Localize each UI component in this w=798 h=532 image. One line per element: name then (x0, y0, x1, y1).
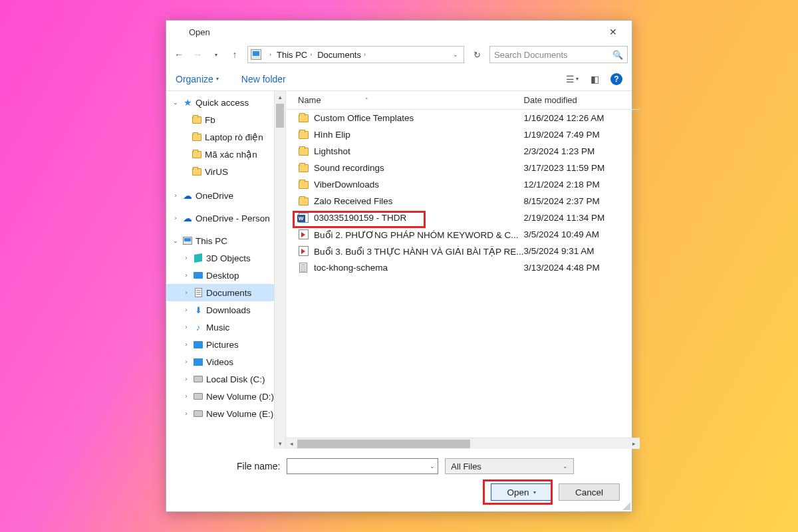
resize-grip[interactable] (621, 501, 630, 510)
chrome-icon (172, 26, 184, 38)
sidebar-pc-item[interactable]: ›⬇Downloads (166, 301, 274, 319)
open-button[interactable]: Open▾ (491, 483, 552, 501)
file-row[interactable]: toc-khong-schema 3/13/2024 4:48 PM (286, 259, 640, 276)
refresh-button[interactable]: ↻ (468, 46, 485, 63)
sidebar-pc-item[interactable]: ›Pictures (166, 336, 274, 353)
scroll-left-icon[interactable]: ◂ (286, 440, 297, 447)
file-name: 030335190159 - THDR (314, 213, 524, 223)
file-type-filter[interactable]: All Files⌄ (445, 458, 574, 474)
sidebar: ⌄★Quick access Fb Laptop rò điện Mã xác … (166, 91, 286, 449)
file-date: 2/19/2024 11:34 PM (524, 213, 640, 223)
chevron-down-icon[interactable]: ⌄ (563, 463, 568, 469)
file-name: Sound recordings (314, 163, 524, 173)
sidebar-pc-item[interactable]: ›Local Disk (C:) (166, 370, 274, 388)
video-icon (298, 246, 309, 257)
view-mode-button[interactable]: ☰▾ (565, 73, 579, 85)
sidebar-pc-item[interactable]: ›New Volume (E:) (166, 405, 274, 422)
file-date: 1/19/2024 7:49 PM (524, 130, 640, 140)
bottom-panel: File name: ⌄ All Files⌄ Open▾ Cancel (166, 449, 632, 511)
sidebar-pc-item[interactable]: ›Desktop (166, 267, 274, 284)
chevron-down-icon[interactable]: ⌄ (430, 463, 435, 469)
file-name: ViberDownloads (314, 180, 524, 190)
sidebar-qa-item[interactable]: Fb (166, 111, 274, 128)
sidebar-qa-item[interactable]: Laptop rò điện (166, 128, 274, 146)
column-date[interactable]: Date modified (524, 95, 640, 105)
file-name: Custom Office Templates (314, 113, 524, 123)
file-name: Lightshot (314, 146, 524, 156)
close-button[interactable]: ✕ (600, 23, 626, 41)
video-icon (298, 229, 309, 240)
search-icon: 🔍 (612, 50, 623, 60)
file-row[interactable]: ViberDownloads 12/1/2024 2:18 PM (286, 176, 640, 193)
breadcrumb-folder[interactable]: Documents› (315, 50, 368, 60)
scroll-down-icon[interactable]: ▾ (275, 438, 285, 449)
dialog-title: Open (189, 27, 210, 37)
pc-icon (251, 49, 261, 60)
file-row[interactable]: Lightshot 2/3/2024 1:23 PM (286, 143, 640, 160)
word-icon (298, 213, 309, 223)
preview-pane-button[interactable]: ◧ (588, 73, 601, 85)
help-button[interactable]: ? (610, 73, 622, 85)
sidebar-qa-item[interactable]: VirUS (166, 163, 274, 180)
file-row[interactable]: Buổi 3. Buổi 3 THỰC HÀNH VÀ GIẢI BÀI TẬP… (286, 243, 640, 259)
sidebar-scrollbar[interactable]: ▴ ▾ (274, 91, 285, 449)
file-name: Hình Elip (314, 130, 524, 140)
filename-label: File name: (237, 461, 280, 471)
up-button[interactable]: ↑ (226, 46, 243, 63)
filename-input[interactable]: ⌄ (287, 458, 438, 474)
cancel-button[interactable]: Cancel (559, 483, 620, 501)
file-date: 1/16/2024 12:26 AM (524, 113, 640, 123)
nav-row: ← → ▾ ↑ › This PC› Documents› ⌄ ↻ Search… (166, 43, 632, 66)
horizontal-scrollbar[interactable]: ◂ ▸ (286, 438, 640, 449)
file-name: toc-khong-schema (314, 263, 524, 273)
file-row[interactable]: Buổi 2. PHƯƠNG PHÁP NHÓM KEYWORD & C... … (286, 226, 640, 243)
sidebar-this-pc[interactable]: ⌄This PC (166, 232, 274, 249)
back-button[interactable]: ← (170, 46, 188, 63)
folder-icon (298, 146, 309, 157)
sidebar-pc-documents[interactable]: ›Documents (166, 284, 274, 301)
sidebar-quick-access[interactable]: ⌄★Quick access (166, 94, 274, 111)
sidebar-pc-item[interactable]: ›New Volume (D:) (166, 388, 274, 405)
sidebar-pc-item[interactable]: ›3D Objects (166, 249, 274, 267)
file-date: 3/5/2024 9:31 AM (524, 246, 640, 256)
breadcrumb-root[interactable]: This PC› (274, 50, 315, 60)
file-name: Zalo Received Files (314, 196, 524, 206)
file-list[interactable]: Custom Office Templates 1/16/2024 12:26 … (286, 110, 640, 438)
file-date: 3/5/2024 10:49 AM (524, 229, 640, 239)
hscroll-thumb[interactable] (297, 440, 470, 448)
sidebar-pc-item[interactable]: ›♪Music (166, 319, 274, 336)
search-input[interactable]: Search Documents 🔍 (489, 46, 628, 63)
forward-button[interactable]: → (189, 46, 206, 63)
sidebar-onedrive[interactable]: ›☁OneDrive (166, 187, 274, 204)
column-headers[interactable]: Name˄ Date modified (286, 91, 640, 110)
file-name: Buổi 2. PHƯƠNG PHÁP NHÓM KEYWORD & C... (314, 229, 524, 240)
folder-icon (298, 163, 309, 174)
scroll-thumb[interactable] (276, 104, 284, 128)
file-row[interactable]: Sound recordings 3/17/2023 11:59 PM (286, 160, 640, 176)
scroll-right-icon[interactable]: ▸ (628, 440, 640, 447)
folder-icon (298, 113, 309, 124)
sidebar-qa-item[interactable]: Mã xác nhận (166, 146, 274, 163)
open-file-dialog: Open ✕ ← → ▾ ↑ › This PC› Documents› ⌄ ↻… (166, 20, 632, 512)
file-date: 3/17/2023 11:59 PM (524, 163, 640, 173)
sidebar-onedrive-personal[interactable]: ›☁OneDrive - Person (166, 209, 274, 227)
address-dropdown-icon[interactable]: ⌄ (453, 51, 461, 58)
organize-menu[interactable]: Organize▾ (176, 74, 219, 84)
address-bar[interactable]: › This PC› Documents› ⌄ (247, 46, 464, 63)
scroll-up-icon[interactable]: ▴ (275, 91, 285, 102)
folder-icon (298, 130, 309, 140)
sidebar-pc-item[interactable]: ›Videos (166, 353, 274, 370)
search-placeholder: Search Documents (494, 50, 568, 60)
file-date: 2/3/2024 1:23 PM (524, 146, 640, 156)
new-folder-button[interactable]: New folder (241, 74, 286, 84)
recent-dropdown[interactable]: ▾ (207, 46, 225, 63)
sort-indicator-icon: ˄ (365, 97, 368, 104)
file-row[interactable]: Custom Office Templates 1/16/2024 12:26 … (286, 110, 640, 126)
toolbar: Organize▾ New folder ☰▾ ◧ ? (166, 67, 632, 91)
folder-icon (298, 180, 309, 190)
file-row[interactable]: 030335190159 - THDR 2/19/2024 11:34 PM (286, 209, 640, 226)
column-name[interactable]: Name (298, 95, 321, 105)
file-row[interactable]: Hình Elip 1/19/2024 7:49 PM (286, 126, 640, 143)
file-row[interactable]: Zalo Received Files 8/15/2024 2:37 PM (286, 193, 640, 209)
file-pane: Name˄ Date modified Custom Office Templa… (286, 91, 640, 449)
